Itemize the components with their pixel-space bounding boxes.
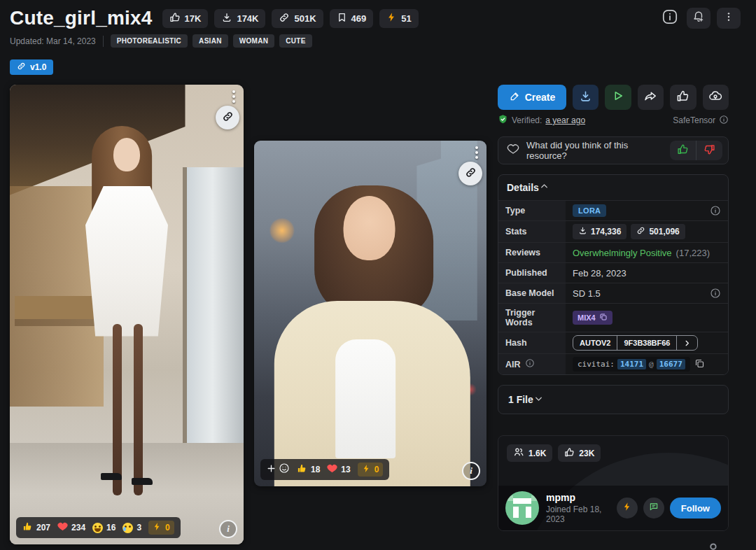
divider xyxy=(103,36,104,47)
image-menu-button[interactable] xyxy=(232,90,235,103)
downloads-badge[interactable]: 174,336 xyxy=(573,224,626,239)
info-icon[interactable] xyxy=(710,288,721,299)
files-label: 1 File xyxy=(508,394,533,405)
reaction-bolt[interactable]: 0 xyxy=(148,521,174,535)
energy-stat-badge[interactable]: 51 xyxy=(379,9,418,28)
vault-button[interactable] xyxy=(703,85,729,110)
trigger-word-badge[interactable]: MIX4 xyxy=(573,311,612,325)
heart-outline-icon xyxy=(507,143,519,158)
tag-woman[interactable]: WOMAN xyxy=(233,34,275,48)
photo-girl-cardigan xyxy=(254,141,486,486)
creator-name[interactable]: mpmp xyxy=(546,492,610,503)
downloads-stat-badge[interactable]: 174K xyxy=(214,9,265,28)
creator-footer: mpmp Joined Feb 18, 2023 Follow xyxy=(498,486,728,530)
creator-likes-count: 23K xyxy=(579,449,594,458)
thumb-up-icon xyxy=(169,12,181,25)
details-header[interactable]: Details xyxy=(498,175,728,200)
plus-icon xyxy=(267,463,276,476)
brush-icon xyxy=(509,91,520,104)
image-menu-button[interactable] xyxy=(475,146,478,159)
model-stats: 17K 174K 501K 469 51 xyxy=(162,9,419,28)
reaction-bar: 207 234 16 3 xyxy=(16,517,181,538)
like-button[interactable] xyxy=(670,85,696,110)
cloud-lock-icon xyxy=(708,89,722,106)
reaction-heart[interactable]: 13 xyxy=(327,463,350,476)
row-label: Trigger Words xyxy=(498,304,566,332)
image-info-button[interactable]: i xyxy=(219,520,237,538)
chevron-down-icon xyxy=(533,393,544,406)
download-icon xyxy=(579,90,592,106)
run-model-button[interactable] xyxy=(605,85,631,110)
user-check-icon xyxy=(705,541,723,550)
creator-avatar[interactable] xyxy=(505,491,539,525)
detail-row-air: AIR civitai: 14171 @ 16677 xyxy=(498,353,728,374)
type-badge[interactable]: LORA xyxy=(573,204,606,217)
link-icon xyxy=(222,111,234,125)
reaction-bolt[interactable]: 0 xyxy=(358,463,384,477)
chevron-up-icon xyxy=(539,181,550,194)
follow-button[interactable]: Follow xyxy=(670,498,721,519)
info-icon[interactable] xyxy=(710,205,721,216)
notify-button[interactable] xyxy=(687,8,710,29)
copy-icon[interactable] xyxy=(694,358,705,371)
tip-button[interactable] xyxy=(617,498,638,519)
create-label: Create xyxy=(525,92,556,103)
reaction-count: 13 xyxy=(341,465,350,474)
chat-button[interactable] xyxy=(643,498,664,519)
image-info-button[interactable]: i xyxy=(462,462,480,480)
bookmarks-stat-badge[interactable]: 469 xyxy=(330,9,374,28)
info-icon xyxy=(661,8,679,29)
page-header: Cute_girl_mix4 17K 174K 501K 469 xyxy=(0,0,756,75)
remix-button[interactable] xyxy=(216,106,239,129)
creator-likes-badge[interactable]: 23K xyxy=(558,444,601,462)
associated-user-toggle[interactable] xyxy=(498,531,729,550)
add-reaction-button[interactable] xyxy=(267,463,290,477)
download-icon xyxy=(578,226,587,237)
reaction-joy[interactable]: 16 xyxy=(92,523,115,533)
hash-value: 9F3B38BF66 xyxy=(617,336,676,350)
joy-emoji-icon xyxy=(92,523,103,533)
action-buttons: Create xyxy=(498,85,729,110)
generations-count: 501,096 xyxy=(649,227,679,237)
thumb-up-emoji-icon xyxy=(22,521,33,534)
more-options-button[interactable] xyxy=(717,8,741,29)
hash-pill[interactable]: AUTOV2 9F3B38BF66 xyxy=(573,335,698,351)
updated-date: Updated: Mar 14, 2023 xyxy=(10,36,96,46)
followers-badge[interactable]: 1.6K xyxy=(507,444,552,462)
gallery-image-2[interactable]: 18 13 0 i xyxy=(254,141,486,486)
heart-emoji-icon xyxy=(327,463,337,476)
reaction-heart[interactable]: 234 xyxy=(57,521,85,534)
verification-row: Verified: a year ago SafeTensor xyxy=(498,114,729,127)
gallery-image-1[interactable]: 207 234 16 3 xyxy=(10,85,244,544)
stat-value: 174K xyxy=(237,13,258,24)
follow-label: Follow xyxy=(681,503,710,514)
tag-cute[interactable]: CUTE xyxy=(279,34,312,48)
generations-badge[interactable]: 501,096 xyxy=(631,224,685,239)
detail-row-published: Published Feb 28, 2023 xyxy=(498,262,728,283)
share-button[interactable] xyxy=(638,85,664,110)
reaction-cry[interactable]: 3 xyxy=(122,523,141,533)
info-icon[interactable] xyxy=(719,115,729,127)
thumbs-down-button[interactable] xyxy=(696,141,722,160)
chevron-right-icon[interactable] xyxy=(676,336,697,350)
thumb-up-emoji-icon xyxy=(297,463,307,476)
likes-stat-badge[interactable]: 17K xyxy=(162,9,209,28)
generations-stat-badge[interactable]: 501K xyxy=(272,9,323,28)
create-button[interactable]: Create xyxy=(498,85,566,110)
reaction-thumb[interactable]: 18 xyxy=(297,463,320,476)
download-button[interactable] xyxy=(573,85,598,110)
tag-photorealistic[interactable]: PHOTOREALISTIC xyxy=(111,34,188,48)
page-info-button[interactable] xyxy=(659,8,680,29)
verified-time-link[interactable]: a year ago xyxy=(545,115,585,125)
reaction-thumb[interactable]: 207 xyxy=(22,521,50,534)
bolt-icon xyxy=(386,12,397,24)
reviews-link[interactable]: Overwhelmingly Positive xyxy=(573,248,672,258)
tag-asian[interactable]: ASIAN xyxy=(192,34,228,48)
detail-row-trigger-words: Trigger Words MIX4 xyxy=(498,303,728,332)
thumbs-up-button[interactable] xyxy=(670,141,696,160)
info-icon[interactable] xyxy=(525,358,535,370)
files-accordion[interactable]: 1 File xyxy=(498,385,729,414)
remix-button[interactable] xyxy=(458,162,482,185)
play-icon xyxy=(612,90,624,105)
version-badge[interactable]: v1.0 xyxy=(10,59,53,75)
